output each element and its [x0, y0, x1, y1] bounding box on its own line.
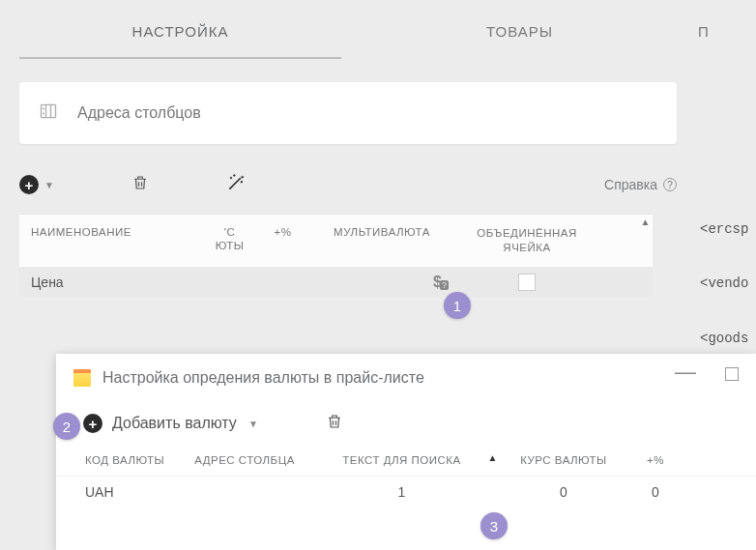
annotation-badge-2: 2 [53, 413, 80, 440]
add-currency-button[interactable]: + Добавить валюту ▼ [83, 414, 258, 433]
section-column-addresses[interactable]: Адреса столбцов [19, 82, 677, 144]
col-pct-header[interactable]: +% [256, 215, 309, 267]
color-swatch [518, 274, 536, 291]
add-button[interactable]: + ▼ [19, 175, 54, 194]
cell-pct: 0 [622, 484, 689, 500]
currency-row[interactable]: UAH 1 0 0 [56, 476, 756, 507]
tab-third[interactable]: П [698, 10, 737, 59]
caret-down-icon: ▼ [248, 419, 258, 429]
col-rate-header[interactable]: 'С ЮТЫ [203, 215, 256, 267]
plus-icon: + [83, 414, 102, 433]
tab-goods[interactable]: ТОВАРЫ [359, 10, 681, 59]
plus-icon: + [19, 175, 39, 194]
dialog-title: Настройка опредения валюты в прайс-листе [102, 369, 424, 387]
currency-config-icon: $? [433, 274, 449, 291]
toolbar: + ▼ Справка ? [19, 173, 677, 196]
col-currency-code[interactable]: КОД ВАЛЮТЫ [56, 454, 191, 466]
svg-point-1 [230, 177, 232, 179]
columns-table-header: НАИМЕНОВАНИЕ 'С ЮТЫ +% МУЛЬТИВАЛЮТА ОБЪЕ… [19, 214, 653, 268]
maximize-button[interactable] [725, 367, 739, 381]
dialog-toolbar: + Добавить валюту ▼ [56, 396, 756, 443]
col-multi-header[interactable]: МУЛЬТИВАЛЮТА [309, 215, 454, 267]
top-tabs: НАСТРОЙКА ТОВАРЫ П [0, 0, 756, 59]
columns-table: НАИМЕНОВАНИЕ 'С ЮТЫ +% МУЛЬТИВАЛЮТА ОБЪЕ… [19, 214, 653, 297]
svg-point-3 [241, 181, 243, 183]
annotation-badge-1: 1 [444, 292, 471, 319]
annotation-badge-3: 3 [480, 512, 508, 539]
col-search-text-label: ТЕКСТ ДЛЯ ПОИСКА [342, 454, 460, 466]
note-icon [73, 369, 91, 387]
code-line: <ercsp [700, 220, 748, 239]
cell-currency-code: UAH [56, 484, 191, 500]
table-row[interactable]: Цена $? [19, 268, 653, 297]
currency-table-header: КОД ВАЛЮТЫ АДРЕС СТОЛБЦА ТЕКСТ ДЛЯ ПОИСК… [56, 443, 756, 476]
sort-caret-up-icon: ▲ [488, 452, 498, 463]
columns-icon [39, 101, 58, 125]
help-label: Справка [604, 177, 657, 192]
cell-name: Цена [19, 275, 203, 290]
col-column-address[interactable]: АДРЕС СТОЛБЦА [191, 454, 298, 466]
cell-search-text: 1 [298, 484, 506, 500]
section-title: Адреса столбцов [77, 104, 201, 122]
col-rate[interactable]: КУРС ВАЛЮТЫ [506, 454, 622, 466]
delete-button[interactable] [131, 173, 149, 196]
cell-multi[interactable]: $? [309, 274, 454, 291]
cell-merged[interactable] [454, 274, 599, 291]
code-line: <vendo [700, 275, 748, 293]
scroll-up-icon[interactable]: ▲ [641, 217, 651, 227]
col-pct[interactable]: +% [622, 454, 689, 466]
svg-point-4 [242, 176, 244, 178]
col-name-header[interactable]: НАИМЕНОВАНИЕ [19, 215, 203, 267]
col-merged-header[interactable]: ОБЪЕДИНЁННАЯ ЯЧЕЙКА [454, 215, 599, 267]
help-link[interactable]: Справка ? [604, 177, 677, 192]
delete-currency-button[interactable] [326, 412, 343, 435]
caret-down-icon: ▼ [44, 180, 54, 190]
code-line: <goods [700, 330, 748, 348]
currency-dialog: Настройка опредения валюты в прайс-листе… [56, 354, 756, 550]
tab-settings[interactable]: НАСТРОЙКА [19, 10, 341, 59]
wand-button[interactable] [226, 173, 246, 196]
col-search-text[interactable]: ТЕКСТ ДЛЯ ПОИСКА ▲ [298, 454, 506, 466]
dialog-titlebar[interactable]: Настройка опредения валюты в прайс-листе [56, 354, 756, 396]
svg-point-2 [233, 175, 235, 177]
add-currency-label: Добавить валюту [112, 415, 237, 432]
svg-rect-0 [42, 104, 56, 117]
help-icon: ? [663, 178, 677, 191]
cell-rate: 0 [506, 484, 622, 500]
minimize-button[interactable]: — [675, 367, 696, 381]
